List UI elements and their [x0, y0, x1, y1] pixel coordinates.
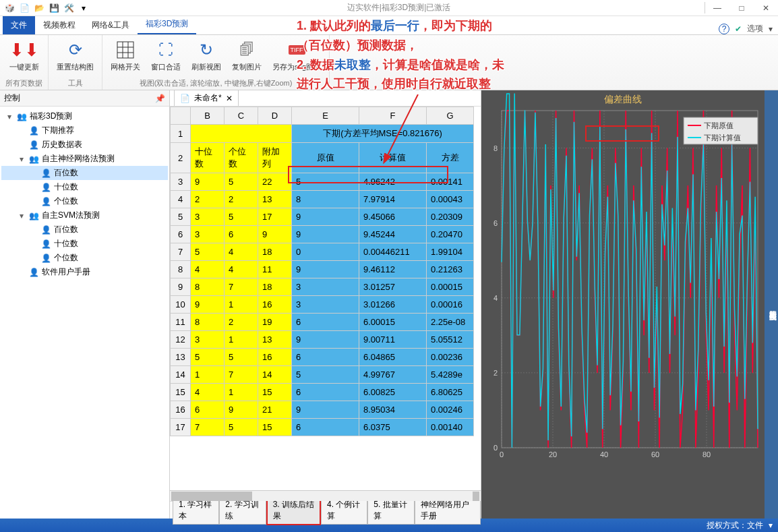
status-dropdown-icon[interactable]: ▾ [769, 521, 773, 530]
window-title: 迈实软件|福彩3D预测|已激活 [93, 2, 705, 13]
options-label[interactable]: 选项 [747, 23, 763, 34]
save-svg-button[interactable]: TIFF另存为svg图片 [270, 38, 324, 73]
svg-text:下期原值: 下期原值 [704, 121, 734, 129]
doc-tab[interactable]: 📄未命名*✕ [174, 90, 239, 106]
app-icon: 🎲 [4, 3, 15, 13]
help-icon[interactable]: ? [719, 24, 729, 34]
ribbon-body: ⬇⬇一键更新 所有页数据 ⟳重置结构图 工具 网格开关 ⛶窗口合适 ↻刷新视图 … [0, 35, 778, 90]
titlebar: 🎲 📄 📂 💾 🛠️ ▾ 迈实软件|福彩3D预测|已激活 ― □ ✕ [0, 0, 778, 16]
tree-node[interactable]: 👤个位数 [1, 194, 168, 208]
svg-text:20: 20 [549, 450, 557, 459]
tree-label: 下期推荐 [42, 125, 74, 136]
tree-label: 历史数据表 [42, 139, 82, 150]
person-icon: 👤 [40, 253, 51, 264]
panel-pin-icon[interactable]: 📌 [155, 94, 165, 103]
tree-label: 百位数 [54, 224, 78, 235]
maximize-button[interactable]: □ [729, 0, 754, 16]
tree-label: 自主神经网络法预测 [42, 153, 115, 165]
new-icon[interactable]: 📄 [19, 3, 30, 13]
svg-text:60: 60 [651, 450, 659, 459]
chart-panel: 偏差曲线02468020406080下期原值下期计算值 结构简图 偏差曲线 [481, 90, 778, 519]
nav-tree: ▾👥福彩3D预测👤下期推荐👤历史数据表▾👥自主神经网络法预测👤百位数👤十位数👤个… [0, 107, 169, 519]
person-icon: 👤 [40, 225, 51, 235]
tree-label: 十位数 [54, 181, 78, 193]
tree-label: 个位数 [54, 196, 78, 207]
open-icon[interactable]: 📂 [34, 3, 44, 13]
tools-icon[interactable]: 🛠️ [63, 3, 74, 13]
doc-close-icon[interactable]: ✕ [226, 94, 233, 103]
person-icon: 👤 [28, 125, 39, 136]
refresh-view-button[interactable]: ↻刷新视图 [189, 38, 224, 73]
tree-label: 十位数 [54, 238, 78, 249]
h-scrollbar[interactable] [170, 490, 481, 501]
svg-text:2: 2 [493, 369, 498, 377]
tree-label: 自主SVM法预测 [42, 210, 100, 221]
qat-dropdown-icon[interactable]: ▾ [78, 3, 89, 13]
spreadsheet[interactable]: BCDEFG1下期(方差平均MSE=0.821676)2十位数个位数附加列原值计… [170, 107, 481, 490]
control-panel: 控制📌 ▾👥福彩3D预测👤下期推荐👤历史数据表▾👥自主神经网络法预测👤百位数👤十… [0, 90, 170, 519]
people-icon: 👥 [28, 154, 39, 165]
tab-file[interactable]: 文件 [3, 16, 35, 34]
panel-title: 控制 [4, 92, 20, 104]
tree-label: 福彩3D预测 [30, 111, 72, 122]
tree-node[interactable]: ▾👥福彩3D预测 [1, 109, 168, 123]
right-tabs[interactable]: 结构简图 偏差曲线 [765, 90, 778, 519]
person-icon: 👤 [40, 168, 51, 179]
copy-image-button[interactable]: 🗐复制图片 [229, 38, 264, 73]
tree-node[interactable]: 👤十位数 [1, 180, 168, 194]
svg-text:0: 0 [493, 444, 498, 452]
svg-text:80: 80 [702, 450, 711, 459]
tree-node[interactable]: 👤个位数 [1, 251, 168, 265]
bottom-tabs: 1. 学习样本2. 学习训练3. 训练后结果4. 个例计算5. 批量计算神经网络… [170, 501, 481, 519]
tab-fucai3d[interactable]: 福彩3D预测 [138, 15, 196, 34]
tree-node[interactable]: ▾👥自主SVM法预测 [1, 208, 168, 223]
tree-label: 软件用户手册 [42, 266, 90, 278]
people-icon: 👥 [28, 210, 39, 221]
people-icon: 👥 [16, 111, 27, 122]
person-icon: 👤 [40, 182, 51, 193]
person-icon: 👤 [28, 267, 39, 278]
person-icon: 👤 [40, 239, 51, 249]
person-icon: 👤 [28, 140, 39, 150]
tree-label: 百位数 [54, 167, 78, 179]
svg-text:下期计算值: 下期计算值 [704, 134, 741, 142]
svg-text:偏差曲线: 偏差曲线 [604, 94, 642, 105]
tree-node[interactable]: ▾👥自主神经网络法预测 [1, 152, 168, 166]
svg-text:6: 6 [493, 219, 498, 227]
grid-toggle-button[interactable]: 网格开关 [108, 38, 143, 73]
tree-node[interactable]: 👤下期推荐 [1, 123, 168, 138]
options-dropdown-icon[interactable]: ▾ [769, 24, 773, 34]
svg-rect-0 [117, 42, 133, 58]
doc-tabs: 📄未命名*✕ [170, 90, 481, 107]
ribbon-tabs: 文件 视频教程 网络&工具 福彩3D预测 ? ✔ 选项 ▾ [0, 16, 778, 35]
deviation-chart: 偏差曲线02468020406080下期原值下期计算值 [481, 90, 765, 468]
tree-node[interactable]: 👤百位数 [1, 166, 168, 180]
update-button[interactable]: ⬇⬇一键更新 [7, 38, 42, 73]
doc-icon: 📄 [180, 94, 190, 103]
check-icon[interactable]: ✔ [735, 24, 742, 34]
license-label: 授权方式：文件 [707, 520, 763, 531]
svg-text:40: 40 [600, 450, 608, 459]
tree-node[interactable]: 👤百位数 [1, 223, 168, 237]
svg-text:8: 8 [493, 144, 498, 152]
tree-node[interactable]: 👤历史数据表 [1, 138, 168, 152]
svg-text:4: 4 [493, 294, 498, 302]
tree-node[interactable]: 👤软件用户手册 [1, 265, 168, 279]
save-icon[interactable]: 💾 [49, 3, 59, 13]
tree-label: 个位数 [54, 252, 78, 264]
svg-text:0: 0 [500, 450, 504, 459]
reset-struct-button[interactable]: ⟳重置结构图 [54, 38, 96, 73]
minimize-button[interactable]: ― [705, 0, 729, 16]
fit-window-button[interactable]: ⛶窗口合适 [148, 38, 183, 73]
tab-video[interactable]: 视频教程 [35, 16, 84, 34]
tab-network[interactable]: 网络&工具 [84, 16, 138, 34]
tree-node[interactable]: 👤十位数 [1, 237, 168, 251]
person-icon: 👤 [40, 196, 51, 207]
close-button[interactable]: ✕ [754, 0, 778, 16]
